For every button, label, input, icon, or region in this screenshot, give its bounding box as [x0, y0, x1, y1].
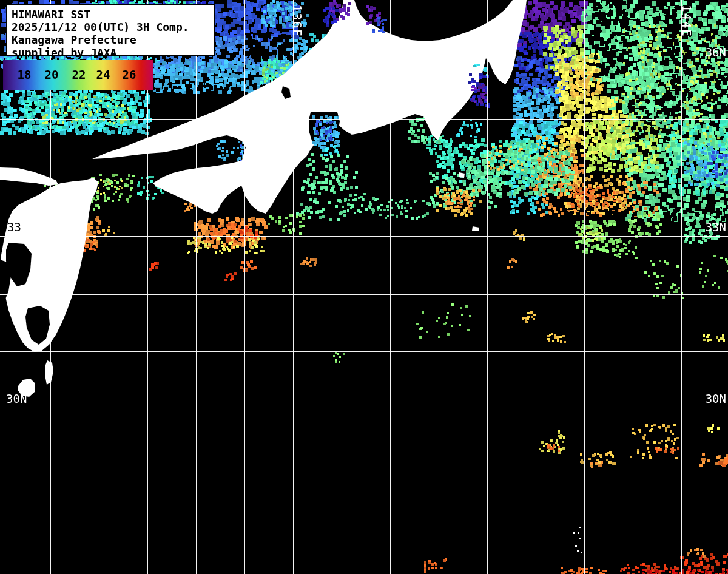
grid-label-36n-r: 36N [706, 46, 726, 58]
colorbar-tick-22: 22 [72, 68, 86, 81]
colorbar-tick-18: 18 [18, 68, 32, 81]
colorbar-tick-24: 24 [96, 68, 110, 81]
colorbar-tick-20: 20 [45, 68, 59, 81]
grid-label-144e-l1142: 144E [681, 5, 693, 38]
grid-label-30n-r: 30N [706, 393, 726, 405]
grid-label-33n-r: 33N [706, 221, 726, 233]
title-region: Kanagawa Prefecture [12, 33, 210, 46]
title-product: HIMAWARI SST [12, 8, 210, 21]
title-credit: supplied by JAXA [12, 46, 210, 59]
grid-label-136e-l500: 136E [291, 5, 303, 38]
title-datetime: 2025/11/12 00(UTC) 3H Comp. [12, 21, 210, 33]
sst-map: HIMAWARI SST 2025/11/12 00(UTC) 3H Comp.… [0, 0, 728, 574]
colorbar-tick-26: 26 [123, 68, 136, 81]
grid-label-30n-l10: 30N [6, 393, 27, 405]
colorbar: 18 20 22 24 26 [3, 60, 153, 90]
title-box: HIMAWARI SST 2025/11/12 00(UTC) 3H Comp.… [6, 4, 215, 56]
grid-label-33-l12: 33 [7, 221, 21, 233]
